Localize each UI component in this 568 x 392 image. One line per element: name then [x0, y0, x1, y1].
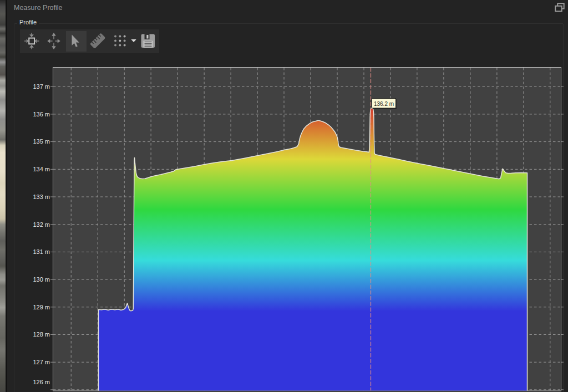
svg-text:133 m: 133 m	[33, 194, 50, 200]
svg-text:131 m: 131 m	[33, 248, 50, 255]
svg-text:136.2 m: 136.2 m	[374, 100, 394, 107]
svg-text:134 m: 134 m	[33, 166, 50, 172]
svg-text:128 m: 128 m	[33, 331, 50, 338]
svg-text:129 m: 129 m	[33, 304, 50, 310]
svg-text:137 m: 137 m	[33, 83, 50, 90]
svg-text:132 m: 132 m	[33, 221, 50, 228]
svg-text:127 m: 127 m	[33, 359, 50, 365]
svg-text:126 m: 126 m	[33, 379, 50, 385]
svg-text:130 m: 130 m	[33, 276, 50, 283]
svg-text:136 m: 136 m	[33, 111, 50, 118]
svg-text:135 m: 135 m	[33, 138, 50, 145]
